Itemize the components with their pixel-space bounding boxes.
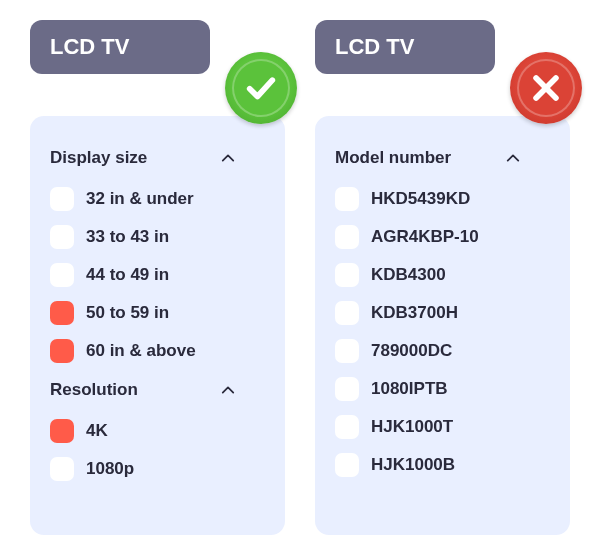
checkbox[interactable] [335, 301, 359, 325]
checkbox[interactable] [50, 187, 74, 211]
filter-option[interactable]: AGR4KBP-10 [335, 218, 550, 256]
checkbox[interactable] [335, 225, 359, 249]
filter-option-label: HJK1000T [371, 417, 453, 437]
verdict-badge-bad [510, 52, 582, 124]
panel-bad: LCD TV Model number HKD5439KD AGR4KBP-10… [315, 20, 570, 535]
filter-card: Display size 32 in & under 33 to 43 in 4… [30, 116, 285, 535]
checkbox[interactable] [50, 225, 74, 249]
filter-option-label: HKD5439KD [371, 189, 470, 209]
filter-option-label: 60 in & above [86, 341, 196, 361]
chevron-up-icon [221, 151, 235, 165]
filter-option[interactable]: 1080IPTB [335, 370, 550, 408]
filter-option[interactable]: HJK1000B [335, 446, 550, 484]
filter-group-label: Display size [50, 148, 147, 168]
filter-option-label: 789000DC [371, 341, 452, 361]
checkbox[interactable] [335, 263, 359, 287]
filter-option[interactable]: KDB3700H [335, 294, 550, 332]
checkbox[interactable] [50, 419, 74, 443]
check-icon [244, 71, 278, 105]
filter-group-label: Resolution [50, 380, 138, 400]
filter-option-label: KDB4300 [371, 265, 446, 285]
filter-option-label: 1080IPTB [371, 379, 448, 399]
filter-option-label: 44 to 49 in [86, 265, 169, 285]
filter-option-label: 4K [86, 421, 108, 441]
panel-title: LCD TV [335, 34, 414, 59]
filter-option-label: 32 in & under [86, 189, 194, 209]
checkbox[interactable] [335, 339, 359, 363]
chevron-up-icon [506, 151, 520, 165]
filter-option[interactable]: 32 in & under [50, 180, 265, 218]
checkbox[interactable] [50, 301, 74, 325]
panel-title: LCD TV [50, 34, 129, 59]
panel-title-chip: LCD TV [30, 20, 210, 74]
filter-group-header-display-size[interactable]: Display size [50, 148, 265, 168]
filter-option-label: 33 to 43 in [86, 227, 169, 247]
filter-group-header-resolution[interactable]: Resolution [50, 380, 265, 400]
checkbox[interactable] [50, 339, 74, 363]
filter-option[interactable]: 60 in & above [50, 332, 265, 370]
filter-option[interactable]: 33 to 43 in [50, 218, 265, 256]
filter-group-header-model-number[interactable]: Model number [335, 148, 550, 168]
filter-option-label: AGR4KBP-10 [371, 227, 479, 247]
checkbox[interactable] [335, 415, 359, 439]
filter-option-label: 1080p [86, 459, 134, 479]
filter-group-label: Model number [335, 148, 451, 168]
filter-option-label: KDB3700H [371, 303, 458, 323]
checkbox[interactable] [335, 187, 359, 211]
filter-option-label: HJK1000B [371, 455, 455, 475]
checkbox[interactable] [335, 453, 359, 477]
filter-card: Model number HKD5439KD AGR4KBP-10 KDB430… [315, 116, 570, 535]
filter-option[interactable]: HKD5439KD [335, 180, 550, 218]
checkbox[interactable] [50, 457, 74, 481]
filter-option[interactable]: 789000DC [335, 332, 550, 370]
filter-option-label: 50 to 59 in [86, 303, 169, 323]
filter-option[interactable]: HJK1000T [335, 408, 550, 446]
filter-option[interactable]: 4K [50, 412, 265, 450]
checkbox[interactable] [335, 377, 359, 401]
checkbox[interactable] [50, 263, 74, 287]
panel-good: LCD TV Display size 32 in & under 33 to … [30, 20, 285, 535]
filter-option[interactable]: 1080p [50, 450, 265, 488]
verdict-badge-good [225, 52, 297, 124]
chevron-up-icon [221, 383, 235, 397]
filter-option[interactable]: 44 to 49 in [50, 256, 265, 294]
filter-option[interactable]: KDB4300 [335, 256, 550, 294]
cross-icon [529, 71, 563, 105]
panel-title-chip: LCD TV [315, 20, 495, 74]
filter-option[interactable]: 50 to 59 in [50, 294, 265, 332]
